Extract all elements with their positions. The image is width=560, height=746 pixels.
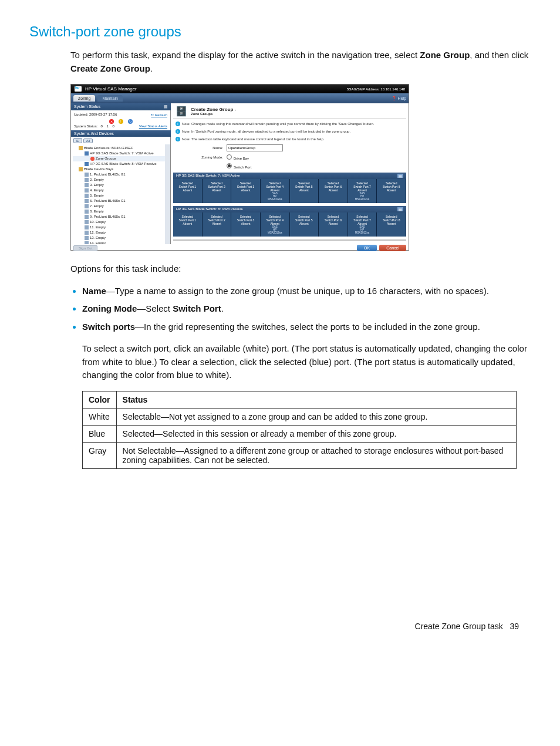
tree-bay-8[interactable]: 8. Empty — [90, 210, 104, 213]
tree-bay-6[interactable]: 6. ProLiant BL465c G1 — [90, 199, 126, 202]
tab-maintain[interactable]: Maintain — [97, 95, 122, 102]
option-switch-ports: Switch ports—In the grid representing th… — [82, 320, 531, 334]
switch-port-cell[interactable]: SelectedSwitch Port 7AbsentSASHPMSA2012s… — [348, 179, 377, 203]
sign-out-button[interactable]: Sign Out — [73, 245, 97, 251]
tree-switch-passive[interactable]: HP 3G SAS Blade Switch: 8: VSM Passive — [90, 162, 157, 166]
tree-scrollbar[interactable] — [165, 144, 170, 244]
switch-port-cell[interactable]: SelectedSwitch Port 8Absent — [377, 179, 406, 203]
ok-button[interactable]: OK — [357, 245, 377, 251]
option-name-text: —Type a name to assign to the zone group… — [106, 286, 489, 296]
switch-port-cell[interactable]: SelectedSwitch Port 5Absent — [290, 179, 319, 203]
tab-zoning[interactable]: Zoning — [73, 95, 95, 102]
system-status-panel: Updated: 2009-03-27 17:56 ↻ Refresh ✕ ! … — [71, 110, 171, 130]
tree-bay-14[interactable]: 14. Empty — [90, 241, 106, 244]
info-icon: ↻ — [128, 119, 133, 124]
th-color: Color — [83, 391, 117, 408]
mode-label: Zoning Mode: — [173, 156, 223, 159]
switch-port-cell[interactable]: SelectedSwitch Port 1Absent — [173, 179, 203, 203]
tree-bays-header[interactable]: Blade Device Bays — [84, 167, 113, 171]
cell-status: Selectable—Not yet assigned to a zone gr… — [116, 408, 516, 425]
tree-bay-7[interactable]: 7. Empty — [90, 204, 104, 208]
expand-all-button[interactable]: ⊞ — [73, 138, 82, 143]
nav-tree[interactable]: Blade Enclosure: BD46-G1SEF HP 3G SAS Bl… — [71, 144, 171, 244]
switch-port-cell[interactable]: SelectedSwitch Port 4AbsentSASHPMSA2012s… — [261, 212, 290, 237]
switch-port-cell[interactable]: SelectedSwitch Port 8Absent — [377, 212, 406, 237]
window-titlebar: HP Virtual SAS Manager SSAG/SMP Address:… — [71, 85, 409, 93]
tree-zone-groups[interactable]: Zone Groups — [96, 157, 116, 160]
cancel-button[interactable]: Cancel — [379, 245, 406, 251]
radio-drive-bay[interactable] — [227, 154, 232, 160]
bay-icon — [85, 178, 89, 182]
bay-icon — [85, 231, 89, 235]
warn-count: 1 — [106, 124, 108, 128]
tree-bay-10[interactable]: 10. Empty — [90, 220, 106, 224]
help-link[interactable]: ❓ Help — [392, 96, 406, 101]
grid2-expand-icon[interactable]: ▤ — [397, 207, 403, 211]
tab-bar: Zoning Maintain ❓ Help — [71, 93, 409, 103]
option-ports-bold: Switch ports — [82, 322, 135, 332]
info-icon: i — [176, 129, 180, 134]
footer-label: Create Zone Group task — [415, 622, 503, 631]
tree-bay-4[interactable]: 4. Empty — [90, 188, 104, 192]
refresh-link[interactable]: ↻ Refresh — [151, 113, 167, 117]
tree-bay-11[interactable]: 11. Empty — [90, 225, 106, 229]
section-heading: Switch-port zone groups — [29, 23, 531, 40]
tree-bay-13[interactable]: 13. Empty — [90, 236, 106, 239]
table-row: GrayNot Selectable—Assigned to a differe… — [83, 442, 517, 468]
name-input[interactable] — [227, 144, 283, 151]
tree-bay-3[interactable]: 3. Empty — [90, 183, 104, 187]
switch-port-cell[interactable]: SelectedSwitch Port 2Absent — [203, 212, 232, 237]
all-button[interactable]: All — [83, 139, 93, 143]
switch-port-cell[interactable]: SelectedSwitch Port 3Absent — [231, 212, 261, 237]
switch-port-cell[interactable]: SelectedSwitch Port 3Absent — [231, 179, 261, 203]
radio-switch-port[interactable] — [227, 163, 232, 168]
collapse-icon[interactable]: ▤ — [164, 104, 168, 109]
bay-icon — [85, 215, 89, 219]
grid1-title: HP 3G SAS Blade Switch: 7: VSM Active — [176, 174, 240, 178]
switch-port-cell[interactable]: SelectedSwitch Port 7AbsentSASHPMSA2012s… — [348, 212, 377, 237]
bay-icon — [85, 199, 89, 203]
devices-toolbar: ⊞ All — [71, 137, 171, 144]
tree-switch-active[interactable]: HP 3G SAS Blade Switch: 7: VSM Active — [90, 151, 154, 155]
note-2-text: Note: In 'Switch Port' zoning mode, all … — [182, 130, 350, 133]
grid1-expand-icon[interactable]: ▤ — [397, 174, 403, 178]
crit-count: 0 — [100, 124, 102, 128]
option-zoning-post: . — [221, 303, 224, 313]
intro-bold-create: Create Zone Group — [70, 63, 150, 73]
grid2-title: HP 3G SAS Blade Switch: 8: VSM Passive — [176, 207, 243, 211]
bay-icon — [85, 220, 89, 224]
view-alerts-link[interactable]: View Status Alerts — [139, 124, 167, 128]
th-status: Status — [116, 391, 516, 408]
tree-bay-5[interactable]: 5. Empty — [90, 194, 104, 197]
switch-port-cell[interactable]: SelectedSwitch Port 2Absent — [203, 179, 232, 203]
app-screenshot: HP Virtual SAS Manager SSAG/SMP Address:… — [70, 84, 409, 251]
switch-port-cell[interactable]: SelectedSwitch Port 6Absent — [319, 179, 348, 203]
horizontal-scrollbar[interactable] — [173, 239, 406, 241]
options-list: Name—Type a name to assign to the zone g… — [70, 285, 531, 334]
switch-icon — [85, 151, 89, 156]
switch-port-cell[interactable]: SelectedSwitch Port 5Absent — [290, 212, 319, 237]
left-pane: System Status ▤ Updated: 2009-03-27 17:5… — [71, 103, 171, 244]
option-zoning-bold2: Switch Port — [173, 303, 221, 313]
tree-bay-12[interactable]: 12. Empty — [90, 231, 106, 234]
bay-icon — [85, 241, 89, 244]
post-list-paragraph: To select a switch port, click an availa… — [82, 342, 531, 382]
system-status-label: System Status: — [74, 124, 97, 128]
switch-port-cell[interactable]: SelectedSwitch Port 4AbsentSASHPMSA2012s… — [261, 179, 290, 203]
bay-icon — [85, 225, 89, 229]
footer-page: 39 — [510, 622, 519, 631]
option-ports-text: —In the grid representing the switches, … — [135, 322, 480, 332]
tree-bay-2[interactable]: 2. Empty — [90, 178, 104, 181]
tree-bay-1[interactable]: 1. ProLiant BL465c G1 — [90, 173, 126, 176]
tree-bay-9[interactable]: 9. ProLiant BL465c G1 — [90, 215, 126, 218]
bay-icon — [85, 173, 89, 177]
option-name: Name—Type a name to assign to the zone g… — [82, 285, 531, 298]
bay-icon — [85, 236, 89, 240]
switch-port-cell[interactable]: SelectedSwitch Port 1Absent — [173, 212, 203, 237]
table-row: BlueSelected—Selected in this session or… — [83, 425, 517, 442]
switch-port-cell[interactable]: SelectedSwitch Port 6Absent — [319, 212, 348, 237]
options-lead: Options for this task include: — [70, 262, 531, 276]
info-icon: i — [176, 137, 180, 141]
tree-enclosure[interactable]: Blade Enclosure: BD46-G1SEF — [84, 146, 133, 150]
bay-icon — [85, 210, 89, 214]
